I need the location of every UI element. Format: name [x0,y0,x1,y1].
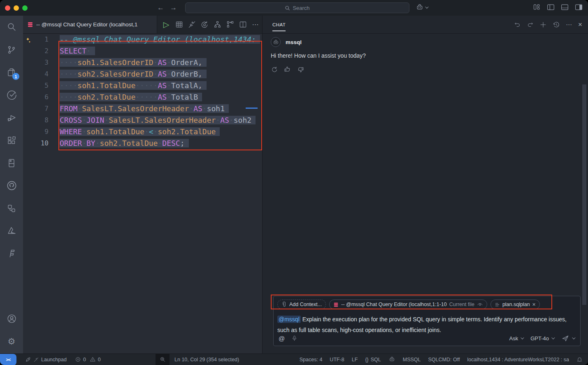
editor-tab[interactable]: -- @mssql Chat Query Editor (localhost,1 [23,16,157,33]
settings-button[interactable]: ⚙ [2,330,21,353]
chat-input-text[interactable]: @mssql Explain the execution plan for th… [274,309,580,335]
customize-layout-icon[interactable] [532,3,541,12]
code-line[interactable]: 3····soh1.SalesOrderID·AS·OrderA, [23,57,262,68]
remote-indicator[interactable]: >< [0,354,16,365]
redo-icon[interactable] [527,21,534,28]
results-grid-button[interactable] [174,20,184,29]
estimated-plan-button[interactable] [213,20,222,29]
play-icon: ▷ [163,21,170,28]
undo-icon[interactable] [514,21,521,28]
minimize-window-button[interactable] [14,5,19,11]
chat-header: CHAT ⋯ × [263,16,588,34]
debug-icon [7,112,17,123]
sidebar-item-github[interactable] [2,174,21,197]
split-editor-button[interactable] [238,20,247,29]
indentation-indicator[interactable]: Spaces: 4 [297,354,325,365]
language-indicator[interactable]: {} SQL [362,354,383,365]
notifications-button[interactable] [574,354,586,365]
history-icon[interactable] [553,21,560,28]
send-button[interactable] [561,334,574,342]
copilot-sparkle-icon[interactable]: ✦✦ [26,35,32,42]
sidebar-item-source-control[interactable] [2,38,21,61]
add-context-chip[interactable]: Add Context... [277,299,326,309]
toggle-secondary-sidebar-icon[interactable] [574,3,583,12]
command-center-search[interactable]: Search [185,2,409,13]
sidebar-item-query-history[interactable] [2,84,21,106]
activity-bar: 1 ⚙ [0,16,23,353]
close-panel-icon[interactable]: × [578,21,582,29]
server-icon [7,158,16,168]
plan-file-chip[interactable]: plan.sqlplan × [490,299,540,309]
eye-icon[interactable] [477,302,483,308]
sidebar-item-search[interactable] [2,16,21,38]
code-line[interactable]: 7FROM·SalesLT.SalesOrderHeader·AS·soh1 [23,103,262,115]
disconnect-button[interactable] [187,20,196,29]
model-dropdown[interactable]: GPT-4o [530,335,554,342]
code-line[interactable]: 10ORDER·BY·soh2.TotalDue·DESC; [23,138,262,149]
assistant-avatar [271,37,281,47]
mic-icon[interactable] [291,335,297,342]
code-line[interactable]: 4····soh2.SalesOrderID·AS·OrderB, [23,68,262,80]
code-line[interactable]: 9WHERE·soh1.TotalDue·<·soh2.TotalDue [23,126,262,138]
code-line[interactable]: 1-- @mssql Chat Query Editor (localhost,… [23,34,262,45]
history-forward-icon[interactable]: → [170,4,177,12]
code-token: CROSS [60,116,82,124]
code-token: -- @mssql Chat Query Editor (localhost,1… [60,35,256,44]
chat-input-container[interactable]: Add Context... -- @mssql Chat Query Edit… [273,296,581,346]
retry-icon[interactable] [271,66,278,73]
mention-button[interactable]: @ [279,335,285,342]
close-window-button[interactable] [5,5,10,11]
history-back-icon[interactable]: ← [157,4,164,12]
extensions-icon [7,136,16,145]
plug-icon [33,357,39,363]
sqlcmd-indicator[interactable]: SQLCMD: Off [425,354,463,365]
sidebar-item-fabric[interactable] [2,242,21,265]
sidebar-item-run-debug[interactable] [2,106,21,129]
eol-indicator[interactable]: LF [349,354,361,365]
enable-actual-plan-button[interactable] [225,20,235,29]
sidebar-item-extensions[interactable] [2,129,21,152]
chat-scrollbar[interactable] [582,84,586,305]
editor-more-actions-button[interactable]: ⋯ [251,20,260,29]
copilot-menu-button[interactable] [416,3,428,12]
code-token: WHERE [60,127,82,136]
code-token: soh2.TotalDue [77,93,135,101]
file-lines-icon [495,302,500,307]
code-line[interactable]: 2SELECT· [23,45,262,57]
toggle-primary-sidebar-icon[interactable] [546,3,555,12]
new-chat-icon[interactable] [539,21,547,28]
code-line[interactable]: 6····soh2.TotalDue·····AS·TotalB [23,91,262,103]
accounts-button[interactable] [2,307,21,330]
launchpad-button[interactable]: Launchpad [22,356,70,363]
tab-chat[interactable]: CHAT [272,16,286,34]
mssql-indicator[interactable]: MSSQL [400,354,424,365]
current-file-chip[interactable]: -- @mssql Chat Query Editor (localhost,1… [329,299,487,309]
maximize-window-button[interactable] [22,5,28,11]
more-actions-icon[interactable]: ⋯ [566,21,572,28]
sidebar-item-explorer[interactable]: 1 [2,61,21,84]
code-line[interactable]: 8CROSS·JOIN·SalesLT.SalesOrderHeader·AS·… [23,115,262,126]
code-line[interactable]: 5····soh1.TotalDue·····AS·TotalA, [23,80,262,91]
change-connection-button[interactable] [200,20,209,29]
copilot-status-button[interactable] [386,354,398,365]
zoom-indicator[interactable] [156,354,170,365]
thumbs-up-icon[interactable] [284,66,291,73]
sidebar-item-sql-server[interactable] [2,152,21,174]
remove-chip-icon[interactable]: × [532,301,536,308]
ellipsis-icon: ⋯ [252,21,259,28]
run-query-button[interactable]: ▷ [162,20,171,29]
cursor-position[interactable]: Ln 10, Col 29 (354 selected) [174,357,239,363]
sidebar-item-azure[interactable] [2,220,21,242]
thumbs-down-icon[interactable] [297,66,304,73]
vscode-window: ← → Search 1 [0,0,588,365]
chat-body: mssql Hi there! How can I assist you tod… [263,34,588,73]
code-token: · [229,116,234,124]
current-file-suffix: Current file [449,302,474,307]
code-editor[interactable]: ✦✦ 1-- @mssql Chat Query Editor (localho… [23,34,262,353]
connection-indicator[interactable]: localhost,1434 : AdventureWorksLT2022 : … [464,354,572,365]
toggle-panel-icon[interactable] [560,3,569,12]
sidebar-item-database-projects[interactable] [2,197,21,220]
encoding-indicator[interactable]: UTF-8 [327,354,347,365]
problems-indicator[interactable]: 0 0 [72,356,104,363]
mode-dropdown[interactable]: Ask [509,335,523,342]
